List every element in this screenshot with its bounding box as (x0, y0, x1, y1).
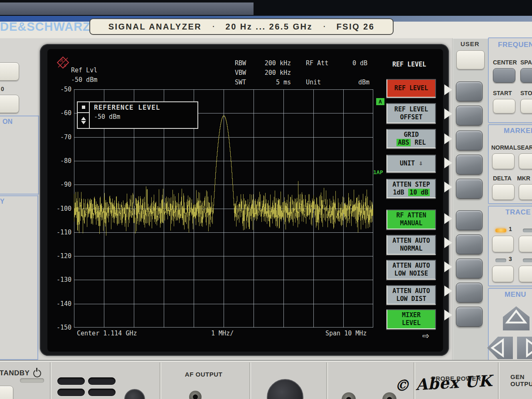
user-button[interactable] (456, 50, 485, 69)
marker-normal-button[interactable] (492, 153, 515, 169)
trace-section: TRACE 1 3 (488, 206, 532, 286)
trace1-button[interactable] (492, 236, 514, 252)
stop-key-label: STOP (520, 90, 532, 96)
y-axis-tick-label: -130 (47, 276, 71, 283)
vent-slot (88, 389, 116, 396)
menu-section-label: MENU (505, 291, 526, 299)
rbw-value: 200 kHz (241, 59, 291, 67)
rf-att-label: RF Att (306, 59, 328, 67)
softkey-text: ABS (397, 139, 410, 146)
softkey-hardware-button[interactable] (456, 234, 483, 254)
softkey-hardware-button[interactable] (456, 307, 483, 327)
normal-key-label: NORMAL (491, 144, 517, 151)
menu-right-button[interactable] (517, 337, 532, 359)
left-partial-label: 0 (1, 86, 4, 92)
softkey-text: REF LEVEL (394, 106, 428, 113)
softkey-text: ATTEN STEP (392, 181, 430, 188)
start-button[interactable] (493, 99, 515, 113)
ref-level-value: -50 dBm (71, 76, 97, 84)
softkey-hardware-button[interactable] (456, 81, 483, 101)
left-arrow-icon (487, 337, 513, 359)
y-axis-tick-label: -110 (47, 229, 71, 236)
vent-slot (88, 377, 116, 385)
dialog-updown-icon[interactable] (78, 113, 89, 128)
af-output-jack[interactable] (189, 391, 202, 399)
trace-section-label: TRACE (505, 208, 531, 217)
softkey-ref-level[interactable]: REF LEVEL (387, 79, 436, 98)
model-badge: SIGNAL ANALYZER · 20 Hz ... 26.5 GHz · F… (89, 18, 394, 35)
right-arrow-icon (517, 337, 532, 359)
y-axis-tick-label: -90 (47, 181, 71, 188)
stop-button[interactable] (520, 99, 532, 113)
softkey-text: REL (415, 139, 426, 146)
y-axis-tick-label: -140 (47, 300, 71, 308)
softkey-hardware-button[interactable] (456, 210, 483, 230)
vent-slot (57, 377, 85, 385)
trace4-button[interactable] (519, 266, 532, 282)
af-output-label: AF OUTPUT (166, 371, 241, 378)
up-arrow-icon (503, 306, 530, 330)
panel-seam (326, 362, 328, 399)
connector-jack[interactable] (342, 392, 356, 399)
left-section-box (0, 116, 39, 195)
marker-delta-button[interactable] (492, 184, 515, 200)
vbw-value: 200 kHz (241, 69, 291, 76)
softkey-text: ATTEN AUTO (392, 237, 430, 244)
standby-label: STANDBY (0, 369, 30, 377)
panel-seam (50, 362, 52, 399)
badge-range: 20 Hz ... 26.5 GHz (226, 22, 313, 32)
softkey-atten-auto-low-noise[interactable]: ATTEN AUTOLOW NOISE (387, 260, 436, 280)
softkey-hardware-button[interactable] (456, 179, 483, 199)
softkey-text: ⇩ (419, 160, 423, 167)
softkey-text: MIXER (402, 311, 421, 319)
softkey-hardware-button[interactable] (456, 106, 483, 126)
power-switch[interactable] (0, 386, 13, 399)
softkey-hardware-button[interactable] (456, 155, 483, 175)
menu-left-button[interactable] (487, 337, 513, 359)
trace3-button[interactable] (492, 266, 514, 282)
softkey-text: REF LEVEL (394, 84, 428, 92)
softkey-hardware-button[interactable] (456, 131, 483, 150)
brand-logo-text: DE&SCHWARZ (0, 20, 91, 34)
span-button[interactable] (520, 68, 532, 83)
left-panel-button[interactable] (0, 62, 19, 81)
softkey-unit[interactable]: UNIT⇩ (387, 155, 436, 172)
softkey-text: UNIT (400, 160, 415, 167)
softkey-text: MANUAL (400, 219, 422, 227)
softkey-menu-title: REF LEVEL (392, 61, 426, 68)
left-section-box (0, 195, 38, 360)
volume-knob[interactable] (267, 379, 303, 399)
softkey-grid-abs-rel[interactable]: GRIDABSREL (387, 129, 436, 148)
panel-seam (160, 362, 161, 399)
trace2-button[interactable] (519, 236, 532, 252)
softkey-atten-auto-low-dist[interactable]: ATTEN AUTOLOW DIST (387, 285, 436, 305)
badge-model: FSIQ 26 (336, 22, 374, 32)
trace3-led (495, 259, 506, 262)
marker-section: MARKER NORMAL SEARCH DELTA MKR ⇒ (488, 124, 532, 204)
softkey-text: LEVEL (402, 319, 421, 327)
panel-seam (249, 362, 251, 399)
vent-slot (57, 389, 85, 396)
left-panel-button[interactable] (0, 95, 19, 113)
softkey-text: 10 dB (408, 189, 429, 196)
softkey-rf-atten-manual[interactable]: RF ATTENMANUAL (387, 209, 436, 229)
softkey-atten-step[interactable]: ATTEN STEP1dB10 dB (387, 179, 436, 198)
round-button[interactable] (124, 389, 145, 399)
panel-seam (498, 362, 500, 399)
marker-search-button[interactable] (519, 153, 532, 169)
menu-up-button[interactable] (503, 306, 530, 330)
marker-mkr-to-button[interactable] (519, 184, 532, 200)
unit-label: Unit (306, 79, 321, 86)
screen-a-annotation: A (376, 98, 384, 105)
softkey-atten-auto-normal[interactable]: ATTEN AUTONORMAL (387, 235, 436, 255)
badge-separator: · (212, 23, 214, 30)
softkey-ref-level-offset[interactable]: REF LEVELOFFSET (387, 103, 436, 123)
softkey-hardware-button[interactable] (456, 283, 483, 303)
softkey-hardware-button[interactable] (456, 259, 483, 278)
softkey-mixer-level[interactable]: MIXERLEVEL (387, 309, 436, 329)
header-row: DE&SCHWARZ SIGNAL ANALYZER · 20 Hz ... 2… (0, 22, 532, 38)
y-axis-tick-label: -150 (47, 324, 71, 331)
dialog-entry-value[interactable]: -50 dBm (94, 113, 160, 121)
center-button[interactable] (493, 68, 515, 83)
y-axis-tick-label: -120 (47, 252, 71, 260)
